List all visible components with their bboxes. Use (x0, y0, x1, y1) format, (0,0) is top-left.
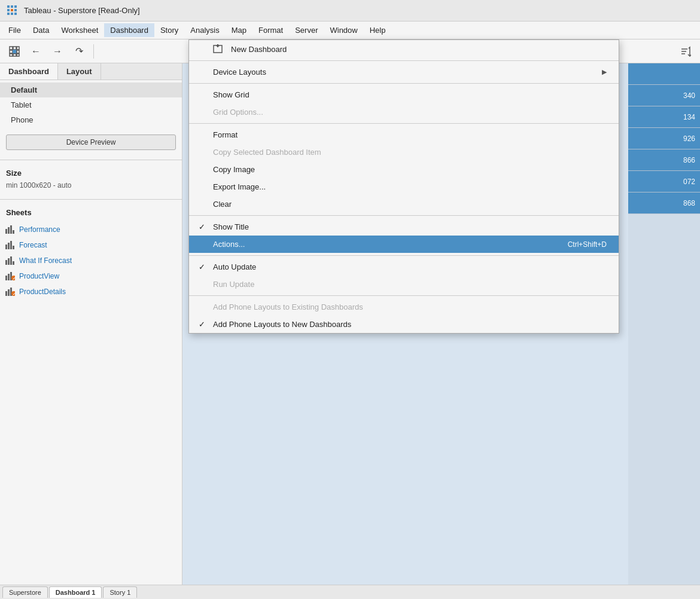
svg-rect-10 (13, 47, 16, 50)
sheet-item-forecast[interactable]: Forecast (0, 237, 182, 253)
tab-dashboard[interactable]: Dashboard (0, 63, 58, 80)
dropdown-item-run-update: Run Update (189, 276, 619, 293)
add-phone-new-checkmark-icon: ✓ (199, 320, 205, 329)
dropdown-sep-3 (189, 123, 619, 124)
dropdown-sep-1 (189, 60, 619, 61)
device-item-default[interactable]: Default (0, 82, 182, 97)
menu-dashboard[interactable]: Dashboard (104, 23, 154, 37)
data-value-7: 868 (628, 192, 700, 214)
tab-layout[interactable]: Layout (58, 63, 101, 80)
dropdown-item-format[interactable]: Format (189, 126, 619, 143)
dropdown-item-auto-update[interactable]: ✓ Auto Update (189, 258, 619, 276)
svg-rect-21 (5, 229, 7, 234)
forward-icon[interactable]: → (48, 43, 67, 60)
svg-rect-30 (8, 258, 10, 265)
sheet-item-whatifforecast[interactable]: What If Forecast (0, 253, 182, 268)
svg-rect-33 (5, 276, 7, 280)
redo-icon[interactable]: ↷ (69, 43, 89, 60)
dropdown-item-grid-options: Grid Options... (189, 103, 619, 121)
dropdown-sep-4 (189, 215, 619, 216)
menu-map[interactable]: Map (226, 23, 252, 37)
svg-rect-25 (5, 245, 7, 249)
svg-rect-2 (14, 5, 17, 8)
sheet-item-productdetails[interactable]: ✓ ProductDetails (0, 284, 182, 300)
device-item-phone[interactable]: Phone (0, 112, 182, 127)
svg-rect-40 (8, 289, 10, 296)
data-value-1 (628, 63, 700, 85)
dropdown-item-new-dashboard[interactable]: New Dashboard (189, 40, 619, 58)
dropdown-item-export-image[interactable]: Export Image... (189, 178, 619, 195)
svg-rect-1 (11, 5, 13, 8)
sheets-list: Performance Forecast (0, 219, 182, 302)
menu-worksheet[interactable]: Worksheet (55, 23, 104, 37)
device-list: Default Tablet Phone (0, 80, 182, 130)
menu-data[interactable]: Data (27, 23, 55, 37)
sheet-bar-icon (5, 224, 16, 235)
svg-rect-8 (14, 13, 17, 15)
menu-bar: File Data Worksheet Dashboard Story Anal… (0, 22, 700, 39)
sort-icon[interactable] (676, 43, 695, 60)
dropdown-item-actions[interactable]: Actions... Ctrl+Shift+D (189, 236, 619, 253)
svg-text:✓: ✓ (13, 277, 15, 280)
svg-rect-27 (10, 241, 12, 249)
dropdown-sep-2 (189, 83, 619, 84)
svg-rect-23 (10, 225, 12, 234)
menu-story[interactable]: Story (154, 23, 184, 37)
svg-rect-16 (13, 54, 16, 56)
panel-divider-1 (0, 160, 182, 160)
svg-rect-11 (17, 47, 19, 50)
dropdown-item-device-layouts[interactable]: Device Layouts ▶ (189, 63, 619, 81)
submenu-arrow-icon: ▶ (602, 68, 607, 76)
menu-window[interactable]: Window (324, 23, 363, 37)
app-icon (6, 4, 19, 17)
title-bar: Tableau - Superstore [Read-Only] (0, 0, 700, 22)
svg-rect-29 (5, 260, 7, 265)
svg-rect-24 (13, 230, 14, 234)
menu-analysis[interactable]: Analysis (184, 23, 225, 37)
svg-rect-15 (10, 54, 13, 56)
data-value-5: 866 (628, 149, 700, 171)
menu-help[interactable]: Help (364, 23, 392, 37)
device-item-tablet[interactable]: Tablet (0, 97, 182, 112)
panel-tabs: Dashboard Layout (0, 63, 182, 80)
actions-shortcut: Ctrl+Shift+D (568, 240, 607, 249)
data-snippet: 340 134 926 866 072 868 (628, 63, 700, 585)
menu-format[interactable]: Format (252, 23, 289, 37)
svg-rect-28 (13, 246, 14, 249)
svg-rect-34 (8, 274, 10, 280)
svg-rect-12 (10, 50, 13, 53)
data-value-2: 340 (628, 85, 700, 106)
panel-divider-2 (0, 199, 182, 200)
grid-icon[interactable] (5, 43, 24, 60)
dropdown-item-show-title[interactable]: ✓ Show Title (189, 218, 619, 236)
dropdown-item-add-phone-new[interactable]: ✓ Add Phone Layouts to New Dashboards (189, 316, 619, 333)
dropdown-item-copy-image[interactable]: Copy Image (189, 161, 619, 178)
dropdown-sep-5 (189, 255, 619, 256)
svg-rect-7 (11, 13, 13, 15)
dropdown-sep-6 (189, 295, 619, 296)
svg-rect-13 (13, 50, 16, 53)
bottom-tabs: Superstore Dashboard 1 Story 1 (0, 585, 700, 599)
dropdown-item-clear[interactable]: Clear (189, 195, 619, 213)
auto-update-checkmark-icon: ✓ (199, 262, 205, 271)
sheet-bar-icon-2 (5, 240, 16, 250)
dropdown-item-show-grid[interactable]: Show Grid (189, 86, 619, 103)
sheet-item-performance[interactable]: Performance (0, 222, 182, 237)
sheet-bar-special-icon: ✓ (5, 271, 16, 282)
menu-server[interactable]: Server (289, 23, 324, 37)
bottom-tab-story1[interactable]: Story 1 (103, 586, 137, 598)
menu-file[interactable]: File (2, 23, 27, 37)
bottom-tab-superstore[interactable]: Superstore (2, 586, 48, 598)
data-value-6: 072 (628, 171, 700, 192)
svg-rect-6 (7, 13, 10, 15)
svg-rect-39 (5, 291, 7, 296)
size-section-title: Size (0, 165, 182, 180)
left-panel: Dashboard Layout Default Tablet Phone De… (0, 63, 182, 585)
sheet-item-productview[interactable]: ✓ ProductView (0, 268, 182, 284)
device-preview-button[interactable]: Device Preview (6, 135, 176, 150)
back-icon[interactable]: ← (26, 43, 45, 60)
bottom-tab-dashboard1[interactable]: Dashboard 1 (49, 586, 102, 598)
svg-text:✓: ✓ (13, 292, 15, 296)
svg-rect-17 (17, 54, 19, 56)
svg-rect-5 (14, 9, 17, 11)
